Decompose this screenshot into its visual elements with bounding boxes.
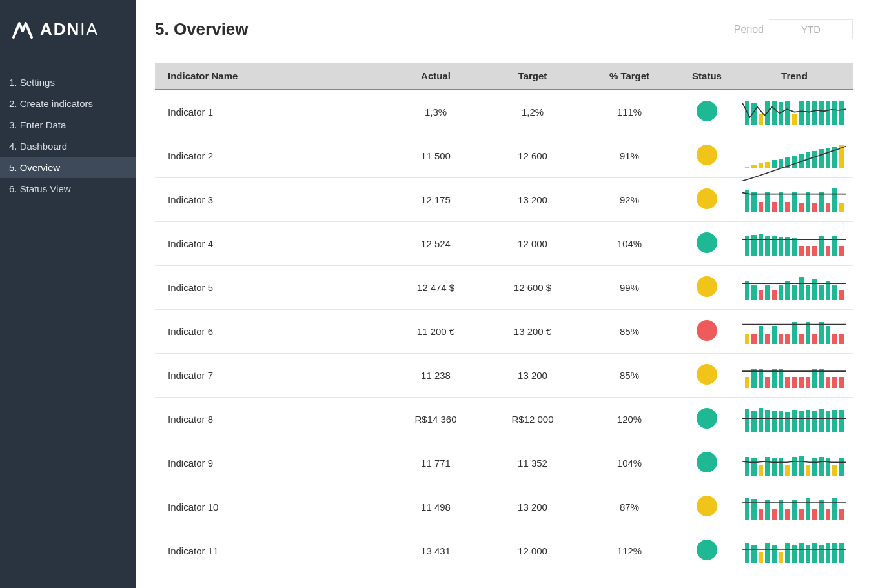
cell-name: Indicator 1 (155, 90, 387, 134)
sidebar-item-4[interactable]: 5. Overview (0, 157, 136, 178)
sparkline (742, 274, 846, 300)
cell-trend (736, 397, 853, 441)
cell-status (678, 397, 736, 441)
page-header: 5. Overview Period YTD (155, 19, 853, 39)
cell-trend (736, 441, 853, 485)
cell-status (678, 134, 736, 177)
sparkline (742, 494, 846, 520)
cell-target: 12 600 (484, 134, 581, 177)
status-dot-green (697, 232, 717, 253)
cell-pct: 85% (581, 353, 678, 397)
cell-name: Indicator 6 (155, 309, 387, 353)
cell-actual: 11 200 € (387, 309, 484, 353)
cell-actual: 11 500 (387, 134, 484, 177)
cell-pct: 120% (581, 397, 678, 441)
cell-trend (736, 221, 853, 265)
cell-name: Indicator 9 (155, 441, 387, 485)
sparkline (742, 143, 846, 168)
sparkline (742, 99, 846, 125)
cell-status (678, 221, 736, 265)
cell-name: Indicator 8 (155, 397, 387, 441)
table-body: Indicator 11,3%1,2%111%Indicator 211 500… (155, 90, 853, 573)
page-title: 5. Overview (155, 19, 249, 39)
cell-status (678, 485, 736, 529)
cell-trend (736, 265, 853, 309)
cell-name: Indicator 11 (155, 529, 387, 573)
cell-pct: 111% (581, 90, 678, 134)
cell-pct: 104% (581, 221, 678, 265)
period-filter: Period YTD (734, 19, 853, 39)
cell-target: 12 600 $ (484, 265, 581, 309)
sidebar-item-1[interactable]: 2. Create indicators (0, 93, 136, 114)
cell-target: R$12 000 (484, 397, 581, 441)
cell-pct: 112% (581, 529, 678, 573)
cell-target: 1,2% (484, 90, 581, 134)
cell-pct: 91% (581, 134, 678, 177)
col-header-trend: Trend (736, 63, 853, 90)
sidebar-item-3[interactable]: 4. Dashboard (0, 136, 136, 157)
sparkline (742, 406, 846, 432)
cell-name: Indicator 4 (155, 221, 387, 265)
status-dot-yellow (697, 496, 717, 516)
col-header-actual: Actual (387, 63, 484, 90)
sidebar-item-0[interactable]: 1. Settings (0, 72, 136, 93)
cell-trend (736, 529, 853, 573)
cell-actual: 12 524 (387, 221, 484, 265)
status-dot-green (697, 540, 717, 560)
cell-trend (736, 134, 853, 177)
table-row: Indicator 1011 49813 20087% (155, 485, 853, 529)
sidebar-item-5[interactable]: 6. Status View (0, 178, 136, 199)
table-row: Indicator 312 17513 20092% (155, 177, 853, 221)
status-dot-yellow (697, 188, 717, 209)
cell-status (678, 353, 736, 397)
cell-pct: 92% (581, 177, 678, 221)
sidebar-item-2[interactable]: 3. Enter Data (0, 114, 136, 136)
cell-actual: R$14 360 (387, 397, 484, 441)
cell-name: Indicator 2 (155, 134, 387, 177)
table-row: Indicator 412 52412 000104% (155, 221, 853, 265)
sparkline (742, 538, 846, 563)
cell-trend (736, 309, 853, 353)
cell-target: 13 200 (484, 353, 581, 397)
sparkline (742, 230, 846, 256)
cell-pct: 85% (581, 309, 678, 353)
cell-name: Indicator 5 (155, 265, 387, 309)
brand-logo: ADNIA (0, 0, 136, 72)
period-label: Period (734, 24, 764, 35)
table-row: Indicator 911 77111 352104% (155, 441, 853, 485)
col-header-pct: % Target (581, 63, 678, 90)
cell-status (678, 529, 736, 573)
cell-actual: 11 238 (387, 353, 484, 397)
cell-target: 12 000 (484, 221, 581, 265)
table-row: Indicator 211 50012 60091% (155, 134, 853, 177)
indicator-table: Indicator Name Actual Target % Target St… (155, 63, 853, 573)
table-header: Indicator Name Actual Target % Target St… (155, 63, 853, 90)
table-row: Indicator 8R$14 360R$12 000120% (155, 397, 853, 441)
brand-logo-icon (12, 21, 34, 39)
status-dot-yellow (697, 276, 717, 297)
cell-target: 13 200 (484, 177, 581, 221)
status-dot-green (697, 408, 717, 429)
cell-status (678, 177, 736, 221)
cell-trend (736, 177, 853, 221)
cell-name: Indicator 3 (155, 177, 387, 221)
cell-target: 13 200 € (484, 309, 581, 353)
period-select[interactable]: YTD (769, 19, 853, 39)
main-content: 5. Overview Period YTD Indicator Name Ac… (136, 0, 876, 588)
cell-target: 12 000 (484, 529, 581, 573)
cell-trend (736, 90, 853, 134)
brand-name: ADNIA (40, 19, 99, 39)
cell-name: Indicator 10 (155, 485, 387, 529)
cell-actual: 12 175 (387, 177, 484, 221)
status-dot-green (697, 452, 717, 472)
status-dot-yellow (697, 145, 717, 165)
col-header-name: Indicator Name (155, 63, 387, 90)
status-dot-red (697, 320, 717, 341)
table-row: Indicator 711 23813 20085% (155, 353, 853, 397)
cell-actual: 13 431 (387, 529, 484, 573)
sparkline (742, 450, 846, 476)
col-header-status: Status (678, 63, 736, 90)
cell-status (678, 441, 736, 485)
table-row: Indicator 512 474 $12 600 $99% (155, 265, 853, 309)
cell-actual: 1,3% (387, 90, 484, 134)
